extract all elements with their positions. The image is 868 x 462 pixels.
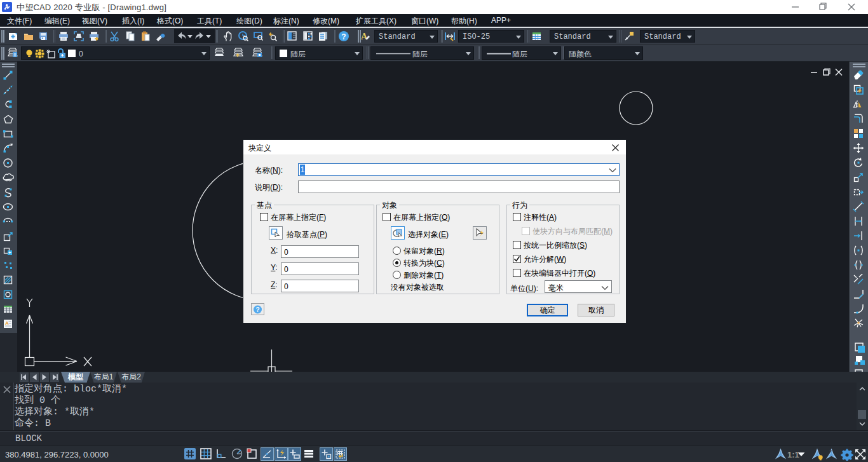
svg-text:?: ? <box>341 32 346 41</box>
svg-text:A: A <box>5 320 9 326</box>
svg-text:A: A <box>361 32 368 41</box>
svg-text:?: ? <box>255 306 259 313</box>
